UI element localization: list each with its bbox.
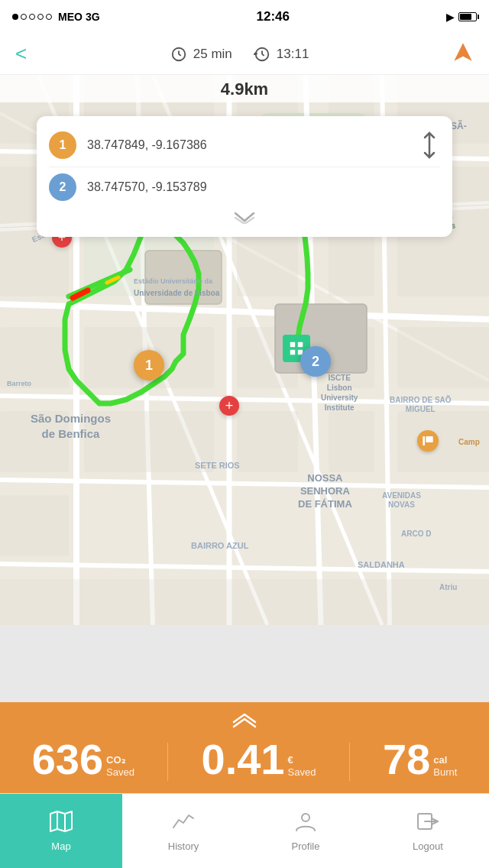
svg-point-64 [302, 814, 309, 821]
signal-dots [12, 14, 52, 20]
waypoints-panel: 1 38.747849, -9.167386 2 38.747570, -9.1… [37, 116, 452, 237]
location-icon: ▶ [446, 11, 454, 23]
waypoint-marker-2[interactable]: 2 [300, 346, 331, 377]
svg-rect-44 [329, 411, 374, 472]
swap-icon[interactable] [419, 130, 440, 160]
stat-divider-1 [167, 743, 168, 781]
waypoint-coords-2: 38.747570, -9.153789 [87, 180, 440, 194]
co2-value: 636 [32, 738, 103, 781]
svg-rect-42 [84, 411, 214, 472]
status-left: MEO 3G [12, 11, 100, 23]
duration-value: 25 min [193, 47, 232, 62]
svg-marker-61 [50, 811, 72, 831]
departure-time: 13:11 [277, 47, 309, 62]
poi-1[interactable] [417, 430, 439, 452]
battery-icon [458, 12, 477, 21]
co2-label: Saved [106, 766, 134, 778]
stat-cal: 78 cal Burnt [383, 738, 457, 781]
stat-co2: 636 CO₂ Saved [32, 738, 134, 781]
waypoint-row-2: 2 38.747570, -9.153789 [49, 167, 440, 207]
expand-button[interactable] [49, 207, 440, 229]
distance-value: 4.9km [221, 79, 268, 99]
svg-rect-33 [0, 495, 69, 556]
nav-item-profile[interactable]: Profile [244, 794, 367, 868]
cal-label: Burnt [433, 766, 457, 778]
logout-label: Logout [413, 840, 443, 852]
euro-label: Saved [288, 766, 316, 778]
svg-rect-47 [145, 251, 222, 304]
svg-rect-43 [237, 411, 298, 472]
duration-stat: 25 min [170, 46, 232, 63]
svg-rect-59 [423, 436, 425, 445]
svg-rect-55 [290, 342, 295, 347]
svg-rect-60 [426, 436, 432, 442]
waypoint-badge-2: 2 [49, 173, 76, 201]
waypoint-row-1: 1 38.747849, -9.167386 [49, 124, 440, 167]
map-label: Map [51, 840, 70, 852]
history-label: History [168, 840, 199, 852]
nav-item-logout[interactable]: Logout [367, 794, 489, 868]
status-bar: MEO 3G 12:46 ▶ [0, 0, 489, 34]
cal-labels: cal Burnt [433, 754, 457, 781]
history-clock-icon [254, 46, 270, 63]
carrier: MEO [58, 11, 83, 23]
stat-divider-2 [349, 743, 350, 781]
expand-stats-icon[interactable] [0, 711, 489, 732]
svg-rect-46 [0, 579, 489, 625]
svg-rect-57 [290, 350, 295, 355]
euro-value: 0.41 [202, 738, 285, 781]
svg-line-4 [262, 54, 264, 56]
nav-item-map[interactable]: Map [0, 794, 122, 868]
profile-icon [294, 811, 317, 837]
co2-labels: CO₂ Saved [106, 754, 134, 781]
bottom-nav: Map History Profile Logout [0, 793, 489, 868]
euro-labels: € Saved [288, 754, 316, 781]
top-nav: < 25 min 13:11 [0, 34, 489, 75]
add-marker-2[interactable]: + [219, 396, 239, 416]
waypoint-coords-1: 38.747849, -9.167386 [87, 138, 408, 152]
time: 12:46 [257, 9, 290, 24]
svg-rect-45 [397, 411, 489, 472]
stat-euro: 0.41 € Saved [202, 738, 316, 781]
stats-row: 636 CO₂ Saved 0.41 € Saved 78 cal Burnt [0, 738, 489, 781]
svg-rect-56 [298, 342, 303, 347]
time-stat: 13:11 [254, 46, 309, 63]
svg-rect-32 [0, 411, 69, 472]
cal-unit: cal [433, 754, 457, 766]
distance-banner: 4.9km [0, 75, 489, 102]
nav-item-history[interactable]: History [122, 794, 244, 868]
cal-value: 78 [383, 738, 430, 781]
waypoint-marker-1[interactable]: 1 [134, 350, 164, 381]
co2-unit: CO₂ [106, 754, 134, 766]
history-icon [172, 811, 195, 837]
clock-icon [170, 46, 187, 63]
back-button[interactable]: < [15, 42, 27, 66]
svg-rect-41 [397, 327, 489, 388]
stats-bar: 636 CO₂ Saved 0.41 € Saved 78 cal Burnt [0, 702, 489, 793]
logout-icon [416, 811, 439, 837]
status-right: ▶ [446, 11, 477, 23]
profile-label: Profile [292, 840, 320, 852]
svg-rect-31 [0, 327, 69, 388]
navigate-button[interactable] [452, 41, 474, 67]
network: 3G [86, 11, 100, 23]
svg-marker-5 [454, 43, 471, 60]
nav-center: 25 min 13:11 [170, 46, 309, 63]
waypoint-badge-1: 1 [49, 131, 76, 159]
euro-unit: € [288, 754, 316, 766]
svg-line-2 [179, 54, 181, 56]
map-icon [50, 811, 73, 837]
